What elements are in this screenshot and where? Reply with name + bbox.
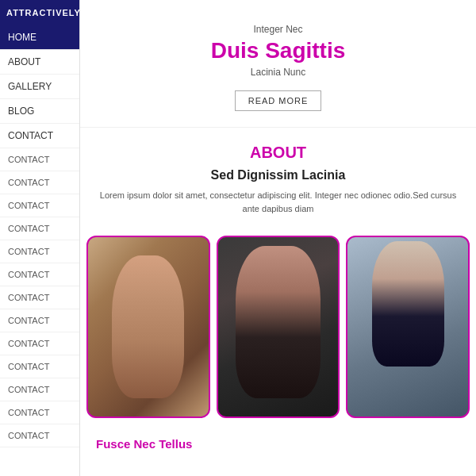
contact-item-7[interactable]: CONTACT [0, 286, 79, 309]
about-heading: Sed Dignissim Lacinia [96, 168, 460, 182]
nav-gallery[interactable]: GALLERY [0, 75, 79, 99]
sidebar: ATTRACTIVELY HOME ABOUT GALLERY BLOG CON… [0, 0, 80, 476]
photo-card-2 [217, 236, 340, 418]
nav-about[interactable]: ABOUT [0, 50, 79, 75]
contact-item-1[interactable]: CONTACT [0, 148, 79, 171]
hero-description: Lacinia Nunc [96, 67, 460, 78]
brand-logo: ATTRACTIVELY [0, 0, 79, 25]
nav-blog[interactable]: BLOG [0, 99, 79, 124]
contact-item-2[interactable]: CONTACT [0, 171, 79, 194]
contact-item-13[interactable]: CONTACT [0, 424, 79, 447]
contact-item-6[interactable]: CONTACT [0, 263, 79, 286]
hero-section: Integer Nec Duis Sagittis Lacinia Nunc R… [80, 0, 476, 128]
contact-item-3[interactable]: CONTACT [0, 194, 79, 217]
nav-contact[interactable]: CONTACT [0, 124, 79, 148]
contact-item-5[interactable]: CONTACT [0, 240, 79, 263]
nav-home[interactable]: HOME [0, 25, 79, 50]
main-content: Integer Nec Duis Sagittis Lacinia Nunc R… [80, 0, 476, 476]
hero-subtitle: Integer Nec [96, 24, 460, 35]
photo-card-1 [86, 236, 210, 418]
about-section: ABOUT Sed Dignissim Lacinia Lorem ipsum … [80, 128, 476, 236]
photo-grid [80, 236, 476, 431]
contact-item-8[interactable]: CONTACT [0, 309, 79, 332]
fusce-title: Fusce Nec Tellus [96, 437, 192, 451]
contact-item-11[interactable]: CONTACT [0, 378, 79, 401]
contact-item-4[interactable]: CONTACT [0, 217, 79, 240]
contact-item-9[interactable]: CONTACT [0, 332, 79, 355]
fusce-section: Fusce Nec Tellus [80, 431, 476, 458]
photo-card-3 [346, 236, 470, 418]
contact-item-12[interactable]: CONTACT [0, 401, 79, 424]
contact-item-10[interactable]: CONTACT [0, 355, 79, 378]
hero-title: Duis Sagittis [96, 38, 460, 63]
read-more-button[interactable]: READ MORE [235, 90, 322, 111]
about-title: ABOUT [96, 144, 460, 162]
about-text: Lorem ipsum dolor sit amet, consectetur … [96, 189, 460, 215]
